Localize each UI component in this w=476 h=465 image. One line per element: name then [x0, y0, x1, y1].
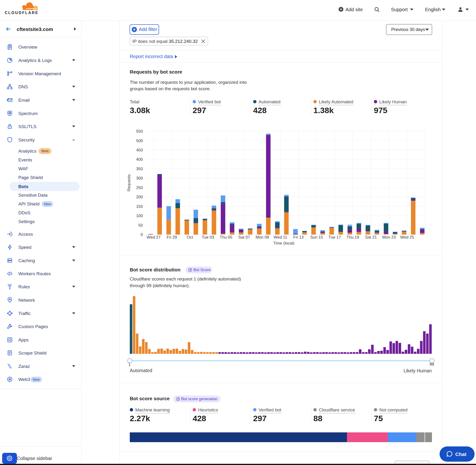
svg-text:Sat 21: Sat 21 — [365, 235, 377, 240]
svg-text:500: 500 — [136, 138, 143, 143]
svg-text:450: 450 — [136, 148, 143, 152]
svg-text:Mon 23: Mon 23 — [382, 235, 396, 240]
svg-text:Sun 15: Sun 15 — [310, 235, 323, 240]
svg-text:Mon 09: Mon 09 — [255, 235, 269, 240]
svg-text:350: 350 — [136, 167, 143, 171]
svg-text:Time (local): Time (local) — [273, 241, 294, 245]
svg-text:Wed 27: Wed 27 — [147, 235, 160, 240]
svg-text:300: 300 — [136, 176, 143, 180]
svg-text:50: 50 — [138, 223, 143, 228]
svg-text:100: 100 — [136, 213, 143, 218]
svg-text:0: 0 — [141, 232, 143, 237]
svg-text:250: 250 — [136, 185, 143, 190]
svg-text:Requests: Requests — [127, 174, 131, 191]
svg-text:Tue 03: Tue 03 — [202, 235, 214, 240]
svg-text:Oct: Oct — [187, 235, 193, 240]
svg-text:Thu 05: Thu 05 — [220, 235, 233, 240]
svg-text:Tue 17: Tue 17 — [328, 235, 341, 240]
svg-text:150: 150 — [136, 204, 143, 209]
svg-text:Fri 13: Fri 13 — [293, 235, 304, 240]
svg-text:Sat 07: Sat 07 — [238, 235, 250, 240]
svg-text:Fri 29: Fri 29 — [167, 235, 177, 240]
svg-text:400: 400 — [136, 157, 143, 162]
svg-text:Wed 11: Wed 11 — [274, 235, 287, 240]
svg-text:Thu 19: Thu 19 — [347, 235, 359, 240]
svg-text:Wed 25: Wed 25 — [400, 235, 414, 240]
svg-text:200: 200 — [136, 195, 143, 199]
svg-text:550: 550 — [136, 129, 143, 134]
